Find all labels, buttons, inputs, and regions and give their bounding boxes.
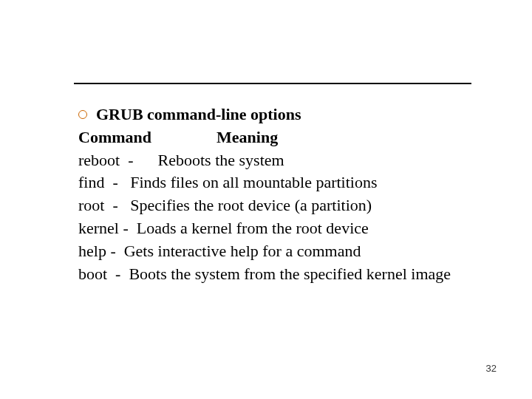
command-row: kernel - Loads a kernel from the root de… [78, 217, 488, 240]
command-row: boot - Boots the system from the specifi… [78, 263, 488, 286]
header-line: Command Meaning [78, 126, 488, 149]
command-row: root - Specifies the root device (a part… [78, 194, 488, 217]
horizontal-rule [74, 83, 471, 84]
command-row: reboot - Reboots the system [78, 149, 488, 172]
slide-title: GRUB command-line options [96, 105, 301, 123]
slide-body: GRUB command-line options Command Meanin… [78, 103, 488, 285]
page-number: 32 [486, 363, 497, 374]
header-command: Command [78, 128, 151, 146]
header-meaning: Meaning [216, 128, 278, 146]
command-row: help - Gets interactive help for a comma… [78, 240, 488, 263]
title-line: GRUB command-line options [78, 103, 488, 126]
bullet-icon [78, 110, 87, 119]
command-row: find - Finds files on all mountable part… [78, 171, 488, 194]
